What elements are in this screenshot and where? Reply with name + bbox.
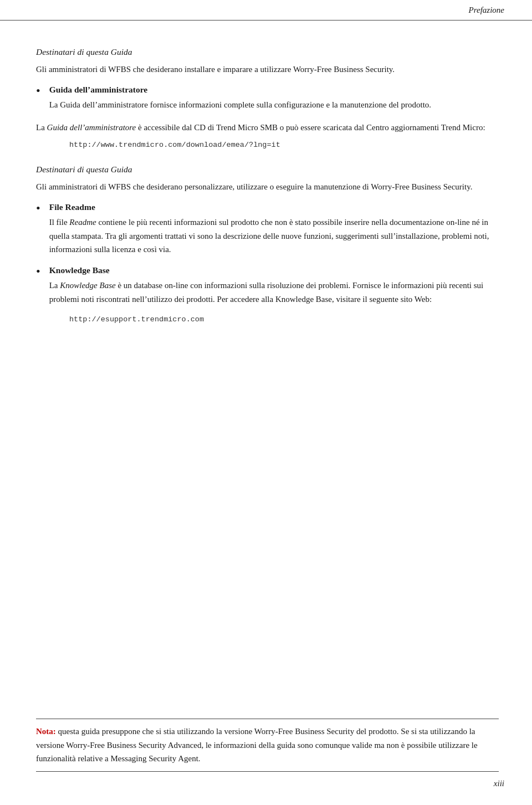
bullet-heading-3: Knowledge Base — [49, 265, 499, 275]
url-block-1: http://www.trendmicro.com/download/emea/… — [69, 141, 499, 149]
bullet3-body1: La — [49, 281, 60, 290]
nota-text: questa guida presuppone che si stia util… — [36, 727, 478, 763]
bullet-body-3: La Knowledge Base è un database on-line … — [49, 279, 499, 306]
header-rule — [0, 20, 532, 20]
bullet-section-2: • File Readme Il file Readme contiene le… — [36, 202, 499, 257]
url-block-2: http://esupport.trendmicro.com — [69, 315, 499, 324]
bullet2-italic: Readme — [69, 218, 96, 227]
bullet2-body1: Il file — [49, 218, 70, 227]
main-content: Destinatari di questa Guida Gli amminist… — [36, 30, 499, 755]
bullet3-body1-rest: è un database on-line con informazioni s… — [116, 281, 351, 290]
bullet-icon-1: • — [36, 84, 40, 98]
nota-label: Nota: — [36, 727, 56, 736]
bullet-content-1: Guida dell’amministratore La Guida dell’… — [49, 85, 499, 112]
body2-part2: è accessibile dal CD di Trend Micro SMB … — [136, 123, 485, 132]
page-container: Prefazione Destinatari di questa Guida G… — [0, 0, 532, 805]
bullet-icon-2: • — [36, 201, 40, 216]
section-body-2: La Guida dell’amministratore è accessibi… — [36, 121, 499, 134]
bullet-section-1: • Guida dell’amministratore La Guida del… — [36, 85, 499, 112]
bullet-heading-2: File Readme — [49, 202, 499, 212]
bullet-icon-3: • — [36, 264, 40, 279]
bullet-content-3: Knowledge Base La Knowledge Base è un da… — [49, 265, 499, 306]
section-title-1: Destinatari di questa Guida — [36, 47, 499, 57]
bullet-heading-1: Guida dell’amministratore — [49, 85, 499, 95]
bullet3-italic: Knowledge Base — [60, 281, 115, 290]
bottom-section: Nota: questa guida presuppone che si sti… — [36, 719, 499, 772]
section-body-1: Gli amministratori di WFBS che desideran… — [36, 63, 499, 76]
bullet2-body2: Tra gli argomenti trattati vi sono la de… — [49, 232, 489, 254]
bullet-body-2: Il file Readme contiene le più recenti i… — [49, 216, 499, 257]
header-label: Prefazione — [469, 6, 504, 15]
bullet-content-2: File Readme Il file Readme contiene le p… — [49, 202, 499, 257]
section-title-2: Destinatari di questa Guida — [36, 165, 499, 175]
nota-section: Nota: questa guida presuppone che si sti… — [36, 725, 499, 766]
bottom-rule-top — [36, 719, 499, 719]
bottom-rule-bottom — [36, 771, 499, 772]
body2-italic: Guida dell’amministratore — [47, 123, 136, 132]
body2-part1: La — [36, 123, 47, 132]
bullet-section-3: • Knowledge Base La Knowledge Base è un … — [36, 265, 499, 306]
section-body-3: Gli amministratori di WFBS che desideran… — [36, 180, 499, 193]
bullet-body-1: La Guida dell’amministratore fornisce in… — [49, 98, 499, 112]
footer-page-number: xiii — [494, 779, 504, 788]
